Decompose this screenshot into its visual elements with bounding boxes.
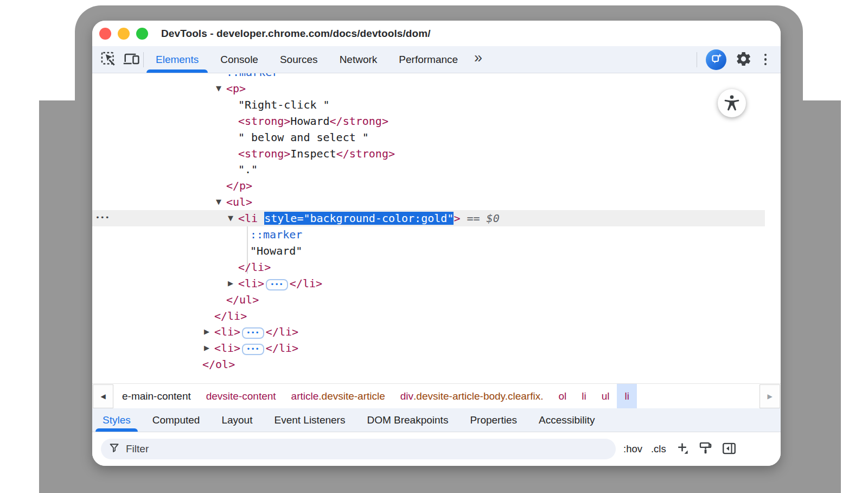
kebab-dot [764,58,767,61]
dom-node-row[interactable]: </li> [92,259,781,275]
breadcrumb-item[interactable]: ul [594,384,617,408]
dom-node-row-selected[interactable]: •••▼<li style="background-color:gold"> =… [92,210,765,226]
crumb-part-node: li [624,390,629,402]
tab-console[interactable]: Console [209,46,269,73]
code-segment-pseudo: ::marker [226,73,278,79]
tab-dom-breakpoints[interactable]: DOM Breakpoints [359,408,456,432]
node-options-dots: ••• [95,210,110,225]
dom-node-row[interactable]: ▶<li>•••</li> [92,340,781,356]
breadcrumb-item[interactable]: devsite-content [199,384,284,408]
expand-arrow-right-icon[interactable]: ▶ [228,275,233,292]
expand-arrow-down-icon[interactable]: ▼ [216,80,221,97]
dom-node-text: <li style="background-color:gold"> == $0 [238,210,500,226]
tab-event-listeners[interactable]: Event Listeners [266,408,353,432]
breadcrumb-item[interactable]: e-main-content [114,384,199,408]
customize-devtools-button[interactable] [761,50,770,69]
inline-expand-button[interactable]: ••• [242,327,264,339]
tab-sources[interactable]: Sources [269,46,329,73]
dom-node-row[interactable]: ::marker [92,73,781,80]
ai-assistance-icon [710,52,723,67]
dom-node-text: <ul> [226,194,252,210]
crumb-part-node: li [582,390,586,402]
kebab-dot [764,63,767,66]
new-style-rule-button[interactable] [675,441,690,457]
tab-properties[interactable]: Properties [462,408,525,432]
dom-node-row[interactable]: ▼<ul> [92,194,781,210]
style-filter-field[interactable] [101,439,616,459]
expand-arrow-right-icon[interactable]: ▶ [204,324,209,340]
dom-node-row[interactable]: "Howard" [92,243,781,259]
inspect-element-button[interactable] [97,48,119,71]
code-segment-tag: </li> [214,309,247,323]
rendering-emulation-button[interactable] [698,441,713,457]
settings-button[interactable] [734,50,754,69]
crumb-part-plain: e-main-content [122,390,191,402]
expand-arrow-down-icon[interactable]: ▼ [228,210,233,226]
code-segment-text: "." [238,163,258,176]
inline-expand-button[interactable]: ••• [266,279,288,290]
tab-accessibility[interactable]: Accessibility [531,408,603,432]
paint-roller-icon [698,441,713,457]
style-filter-input[interactable] [126,443,608,455]
inspect-cursor-icon [100,51,116,68]
dom-node-row[interactable]: ▼<p> [92,80,781,97]
filter-controls: :hov .cls [623,441,737,458]
tab-layout[interactable]: Layout [213,408,260,432]
dom-node-row[interactable]: <strong>Howard</strong> [92,113,781,129]
breadcrumb-item[interactable]: ol [551,384,574,408]
code-segment-tag: <strong> [238,115,290,128]
close-window-button[interactable] [99,28,111,40]
code-segment-dollar: $0 [487,212,500,225]
expand-arrow-down-icon[interactable]: ▼ [216,194,221,210]
tab-elements[interactable]: Elements [145,46,209,73]
dom-node-row[interactable]: <strong>Inspect</strong> [92,146,781,162]
breadcrumb-item[interactable]: li [574,384,593,408]
toolbar-right-divider [697,52,697,67]
element-classes-button[interactable]: .cls [651,443,666,455]
breadcrumb-item[interactable]: div.devsite-article-body.clearfix. [393,384,551,408]
dom-node-row[interactable]: "Right-click " [92,97,781,113]
zoom-window-button[interactable] [136,28,148,40]
gear-icon [735,50,752,69]
dom-node-row[interactable]: </ol> [92,356,781,372]
minimize-window-button[interactable] [118,28,130,40]
dom-node-text: "Right-click " [238,97,330,113]
breadcrumb: e-main-contentdevsite-contentarticle.dev… [114,384,637,408]
tab-performance[interactable]: Performance [388,46,469,73]
dom-node-row[interactable]: </ul> [92,292,781,308]
breadcrumb-scroll-right-button[interactable]: ▶ [760,384,780,408]
breadcrumb-scroll-left-button[interactable]: ◀ [93,384,113,408]
dom-node-row[interactable]: </li> [92,308,781,324]
code-segment-tag: </li> [266,325,298,338]
toggle-element-state-button[interactable]: :hov [623,443,642,455]
dom-node-row[interactable]: ▶<li>•••</li> [92,324,781,340]
ai-assistance-button[interactable] [706,49,726,70]
tab-styles[interactable]: Styles [94,408,139,432]
code-segment-text: "Right-click " [238,98,330,111]
more-panels-button[interactable]: » [469,49,488,69]
tab-network[interactable]: Network [329,46,388,73]
dom-node-row[interactable]: ▶<li>•••</li> [92,275,781,292]
dom-node-row[interactable]: ::marker [92,226,781,243]
dom-node-text: <p> [226,80,246,97]
accessibility-widget-button[interactable] [718,89,746,117]
breadcrumb-item[interactable]: article.devsite-article [284,384,393,408]
traffic-lights [92,28,148,40]
code-segment-tag: > [454,212,460,225]
code-segment-pseudo: ::marker [250,228,302,241]
tab-computed[interactable]: Computed [144,408,208,432]
panel-tabs: ElementsConsoleSourcesNetworkPerformance [145,46,469,73]
dom-node-row[interactable]: " below and select " [92,129,781,146]
breadcrumb-item-selected[interactable]: li [617,384,636,408]
dom-node-text: "." [238,161,258,178]
dom-node-row[interactable]: </p> [92,178,781,194]
dom-node-text: </ol> [202,356,235,372]
toolbar-divider [143,52,144,67]
toggle-device-toolbar-button[interactable] [119,48,142,71]
inline-expand-button[interactable]: ••• [242,344,264,355]
page-background: DevTools - developer.chrome.com/docs/dev… [0,0,868,493]
expand-arrow-right-icon[interactable]: ▶ [204,340,209,356]
toggle-sidebar-panel-button[interactable] [722,441,737,458]
code-segment-tag: <ul> [226,195,252,208]
dom-node-row[interactable]: "." [92,161,781,178]
